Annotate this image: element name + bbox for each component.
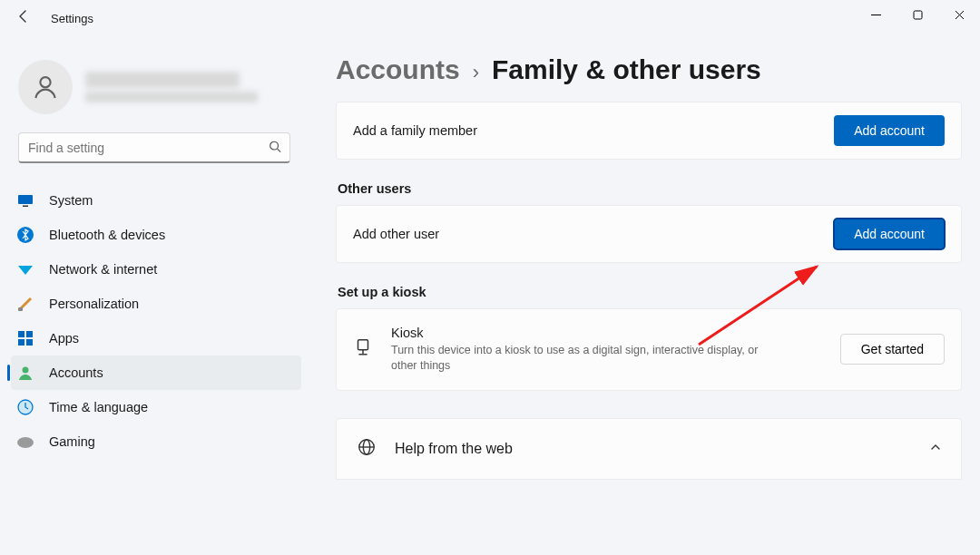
svg-rect-14 [26, 331, 33, 337]
system-icon [16, 191, 34, 209]
nav-item-bluetooth[interactable]: Bluetooth & devices [11, 218, 301, 252]
kiosk-heading: Set up a kiosk [338, 285, 962, 299]
svg-point-4 [40, 77, 50, 87]
search-icon [269, 141, 281, 156]
globe-icon [357, 437, 377, 461]
add-family-card: Add a family member Add account [336, 102, 962, 160]
kiosk-card-title: Kiosk [391, 326, 822, 340]
profile-text [85, 72, 258, 102]
minimize-button[interactable] [855, 0, 897, 29]
apps-icon [16, 329, 34, 347]
back-button[interactable] [5, 9, 42, 27]
close-button[interactable] [938, 0, 980, 29]
kiosk-icon [353, 337, 373, 361]
clock-icon [16, 398, 34, 416]
svg-rect-16 [26, 339, 33, 346]
titlebar: Settings [0, 0, 980, 36]
nav-label: Gaming [49, 434, 95, 449]
breadcrumb: Accounts › Family & other users [336, 54, 962, 102]
search-input[interactable] [18, 132, 290, 163]
brush-icon [16, 295, 34, 313]
nav-item-network[interactable]: Network & internet [11, 252, 301, 287]
svg-rect-15 [18, 339, 24, 346]
nav-item-system[interactable]: System [11, 183, 301, 218]
avatar [18, 60, 73, 114]
maximize-button[interactable] [897, 0, 938, 29]
kiosk-card: Kiosk Turn this device into a kiosk to u… [336, 308, 962, 391]
svg-rect-8 [23, 206, 28, 208]
nav-label: Network & internet [49, 262, 157, 277]
svg-rect-13 [18, 331, 24, 337]
nav-list: System Bluetooth & devices Network & int… [0, 176, 309, 459]
add-family-account-button[interactable]: Add account [834, 115, 945, 146]
help-card[interactable]: Help from the web [336, 418, 962, 480]
profile-name-redacted [85, 72, 240, 88]
chevron-up-icon [930, 442, 941, 455]
sidebar: System Bluetooth & devices Network & int… [0, 54, 309, 555]
nav-item-gaming[interactable]: Gaming [11, 424, 301, 459]
nav-item-personalization[interactable]: Personalization [11, 287, 301, 321]
search-box[interactable] [18, 132, 290, 163]
add-family-label: Add a family member [353, 123, 477, 138]
kiosk-card-subtitle: Turn this device into a kiosk to use as … [391, 343, 772, 374]
svg-point-17 [23, 367, 29, 374]
other-users-heading: Other users [338, 181, 962, 196]
svg-line-11 [21, 298, 31, 308]
user-icon [31, 73, 60, 102]
breadcrumb-parent[interactable]: Accounts [336, 54, 460, 85]
help-label: Help from the web [395, 441, 513, 457]
window-controls [855, 0, 980, 29]
add-other-user-label: Add other user [353, 227, 439, 241]
profile-block[interactable] [0, 54, 309, 132]
nav-label: Accounts [49, 365, 103, 380]
svg-point-19 [17, 437, 34, 448]
svg-line-6 [278, 149, 281, 152]
main-content: Accounts › Family & other users Add a fa… [336, 54, 962, 555]
svg-rect-12 [18, 307, 23, 311]
nav-label: Bluetooth & devices [49, 228, 165, 242]
profile-email-redacted [85, 92, 258, 102]
nav-label: Apps [49, 331, 79, 346]
nav-item-time[interactable]: Time & language [11, 390, 301, 424]
nav-label: Personalization [49, 297, 139, 311]
accounts-icon [16, 364, 34, 382]
kiosk-get-started-button[interactable]: Get started [840, 334, 945, 365]
wifi-icon [16, 260, 34, 278]
nav-item-apps[interactable]: Apps [11, 321, 301, 355]
svg-point-5 [270, 141, 279, 150]
chevron-right-icon: › [473, 61, 479, 84]
svg-marker-10 [18, 266, 33, 275]
page-title: Family & other users [492, 54, 761, 85]
svg-rect-20 [358, 340, 368, 350]
nav-label: System [49, 193, 93, 208]
svg-rect-7 [18, 195, 33, 204]
add-other-user-card: Add other user Add account [336, 205, 962, 263]
nav-label: Time & language [49, 400, 148, 414]
nav-item-accounts[interactable]: Accounts [11, 355, 301, 390]
svg-rect-1 [914, 11, 922, 19]
gamepad-icon [16, 433, 34, 451]
add-other-account-button[interactable]: Add account [834, 219, 945, 249]
window-title: Settings [51, 12, 93, 25]
bluetooth-icon [16, 226, 34, 244]
